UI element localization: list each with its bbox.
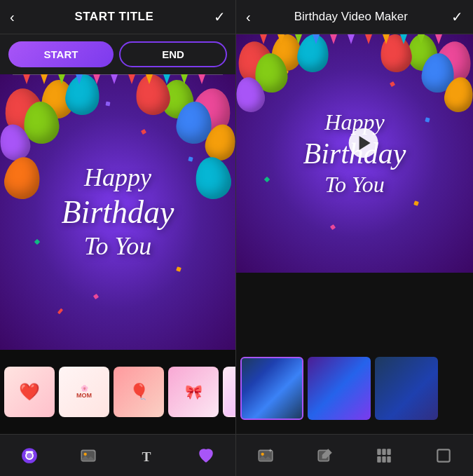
svg-rect-36 — [383, 456, 386, 463]
image-edit-button[interactable] — [311, 442, 339, 470]
square-button[interactable] — [430, 442, 458, 470]
right-title: Birthday Video Maker — [294, 10, 408, 24]
image-button[interactable] — [74, 442, 102, 470]
svg-marker-17 — [260, 34, 267, 44]
thumbnail-item[interactable]: ❤️ — [4, 367, 55, 417]
thumbnail-item[interactable]: 🌸 MOM — [59, 367, 109, 417]
left-title: START TITLE — [74, 10, 153, 24]
camera-button[interactable] — [15, 442, 43, 470]
svg-marker-20 — [313, 34, 320, 44]
svg-rect-35 — [378, 456, 381, 463]
svg-marker-0 — [23, 74, 30, 84]
start-button[interactable]: START — [8, 41, 114, 67]
svg-marker-7 — [146, 74, 153, 84]
birthday-text-left: Happy Birthday To You — [62, 163, 174, 262]
svg-rect-32 — [378, 449, 381, 455]
right-confirm-button[interactable]: ✓ — [451, 8, 463, 25]
right-preview: Happy Birthday To You — [236, 34, 473, 273]
svg-marker-1 — [41, 74, 48, 84]
left-preview: Happy Birthday To You — [0, 74, 235, 350]
thumbnail-item-right[interactable] — [240, 357, 303, 420]
svg-marker-21 — [330, 34, 337, 44]
birthday-text-right: Happy Birthday To You — [303, 109, 406, 198]
thumbnail-item[interactable]: HappyBirthdayTo You — [223, 367, 235, 417]
left-confirm-button[interactable]: ✓ — [214, 8, 226, 25]
svg-point-13 — [27, 453, 32, 458]
svg-marker-23 — [365, 34, 372, 44]
right-dark-area — [236, 273, 473, 343]
thumbnail-item-right[interactable] — [375, 357, 438, 420]
bottom-toolbar-right: + — [236, 434, 473, 476]
svg-marker-22 — [348, 34, 355, 44]
svg-marker-9 — [181, 74, 188, 84]
thumbnail-strip-left: ❤️ 🌸 MOM 🎈 🎀 HappyBirthdayTo You — [0, 350, 235, 434]
svg-marker-19 — [295, 34, 302, 44]
right-back-button[interactable]: ‹ — [246, 9, 251, 25]
right-header: ‹ Birthday Video Maker ✓ — [236, 0, 473, 34]
svg-rect-37 — [388, 456, 391, 463]
svg-rect-38 — [437, 449, 449, 461]
birthday-background: Happy Birthday To You — [0, 74, 235, 350]
svg-marker-26 — [418, 34, 425, 44]
svg-marker-18 — [277, 34, 285, 44]
svg-text:+: + — [269, 447, 273, 454]
right-birthday-background: Happy Birthday To You — [236, 34, 473, 273]
svg-rect-33 — [383, 449, 386, 455]
svg-marker-25 — [400, 34, 407, 44]
svg-point-29 — [261, 452, 264, 455]
svg-text:T: T — [142, 449, 151, 463]
svg-marker-24 — [383, 34, 390, 44]
thumbnail-item[interactable]: 🎈 — [114, 367, 164, 417]
bottom-toolbar-left: T — [0, 434, 235, 476]
svg-marker-8 — [163, 74, 170, 84]
left-back-button[interactable]: ‹ — [10, 9, 15, 25]
svg-marker-4 — [93, 74, 100, 84]
thumbnail-item[interactable]: 🎀 — [168, 367, 219, 417]
left-panel: ‹ START TITLE ✓ START END — [0, 0, 236, 476]
toggle-row: START END — [0, 34, 235, 74]
svg-marker-2 — [58, 74, 65, 84]
play-button[interactable] — [349, 128, 378, 158]
right-panel: ‹ Birthday Video Maker ✓ — [236, 0, 473, 476]
svg-marker-10 — [198, 74, 205, 84]
text-button[interactable]: T — [133, 442, 161, 470]
left-header: ‹ START TITLE ✓ — [0, 0, 235, 34]
end-button[interactable]: END — [119, 41, 227, 67]
svg-marker-27 — [435, 34, 442, 44]
svg-rect-34 — [388, 449, 391, 455]
heart-button[interactable] — [192, 442, 220, 470]
svg-marker-3 — [76, 74, 83, 84]
image-add-button[interactable]: + — [252, 442, 280, 470]
thumbnail-strip-right — [236, 343, 473, 434]
thumbnail-item-right[interactable] — [308, 357, 371, 420]
svg-marker-5 — [111, 74, 118, 84]
svg-point-15 — [84, 452, 87, 455]
grid-button[interactable] — [370, 442, 398, 470]
svg-marker-6 — [128, 74, 135, 84]
